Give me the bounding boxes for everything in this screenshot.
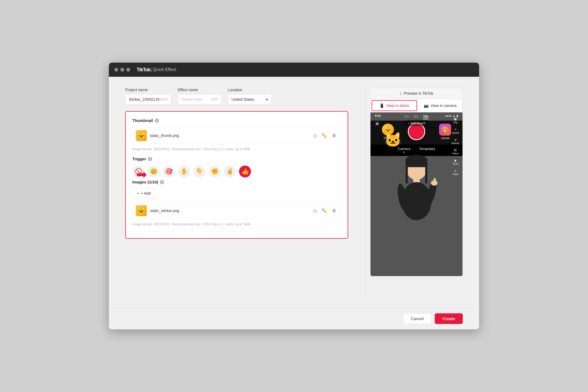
thumbnail-actions: ⊡ ✏️ 🗑	[312, 132, 338, 139]
svg-rect-8	[406, 159, 427, 167]
trigger-section: Trigger i 🚫 😊 🎯 ✋ 👇 ✊ ✌️ 👍	[132, 157, 341, 177]
image-edit-btn[interactable]: ✏️	[321, 207, 328, 215]
status-icons: ●●●● ▲ ▮	[445, 114, 458, 117]
traffic-minimize[interactable]	[120, 68, 124, 72]
image-view-btn[interactable]: ⊡	[312, 207, 318, 215]
titlebar: TikTok: Quick Effect	[109, 63, 479, 77]
thumbnail-section: Thumbnail i 🐱 static_thumb.png ⊡ ✏️ 🗑 Im…	[132, 118, 341, 151]
view-demo-button[interactable]: 📱 View in demo	[372, 100, 417, 111]
thumbnail-file-row: 🐱 static_thumb.png ⊡ ✏️ 🗑	[132, 127, 341, 144]
location-group: Location United States ▾	[228, 88, 271, 105]
thumbnail-view-btn[interactable]: ⊡	[312, 132, 318, 139]
trigger-hand-down[interactable]: 👇	[193, 166, 205, 177]
thumbnail-preview: 🐱	[136, 130, 147, 141]
wifi-icon: ▲	[453, 114, 455, 117]
project-name-label: Project name	[125, 88, 171, 92]
location-select[interactable]: United States ▾	[228, 94, 271, 105]
images-info-icon[interactable]: i	[160, 180, 164, 184]
svg-rect-10	[425, 162, 427, 183]
speed-icon-btn[interactable]: ⏱ Speed	[452, 128, 459, 134]
preview-title: Preview in TikTok	[404, 91, 433, 96]
add-sound-label: Add Sound	[411, 121, 425, 125]
location-label: Location	[228, 88, 271, 92]
effect-name-counter: 0/25	[212, 97, 218, 101]
tiktok-logo: TikTok:	[137, 67, 152, 73]
location-value: United States	[231, 97, 254, 102]
effect-name-input[interactable]: Please enter 0/25	[178, 94, 221, 105]
project-name-input[interactable]: Sticker_23092116 18/25	[125, 94, 171, 105]
filters-icon-btn[interactable]: 🎞 Filters	[452, 149, 459, 155]
trigger-thumbs-up[interactable]: 👍	[239, 166, 251, 177]
thumbnail-delete-btn[interactable]: 🗑	[331, 132, 338, 139]
thumbnail-edit-btn[interactable]: ✏️	[321, 132, 328, 139]
battery-icon: ▮	[457, 114, 458, 117]
trigger-peace[interactable]: ✌️	[224, 166, 236, 177]
person-silhouette	[389, 154, 444, 241]
thumbnail-hint: Image format: JPEG/PNG. Recommended size…	[132, 147, 341, 151]
app-subtitle: Quick Effect	[153, 67, 176, 72]
image-filename: static_sticker.png	[150, 209, 309, 213]
project-name-counter: 18/25	[160, 97, 168, 101]
flip-icon-btn[interactable]: 🔄 Flip	[454, 118, 458, 124]
view-demo-label: View in demo	[386, 103, 409, 108]
create-button[interactable]: Create	[435, 313, 463, 324]
cancel-button[interactable]: Cancel	[403, 313, 432, 324]
app-window: TikTok: Quick Effect ➡ Project name Stic…	[109, 63, 479, 329]
app-brand: TikTok: Quick Effect	[137, 67, 176, 73]
main-card: Thumbnail i 🐱 static_thumb.png ⊡ ✏️ 🗑 Im…	[125, 111, 348, 239]
trigger-info-icon[interactable]: i	[148, 157, 152, 161]
view-camera-button[interactable]: 📷 View in camera	[418, 99, 463, 112]
record-inner	[409, 124, 424, 139]
bottom-bar: Cancel Create	[109, 308, 479, 329]
timer-icon-btn[interactable]: ⏰ Timer	[452, 159, 459, 165]
upload-label: Upload	[441, 137, 449, 140]
right-panel: ♪ Preview in TikTok 📱 View in demo 📷 Vie…	[370, 88, 463, 297]
camera-icon: 📷	[424, 103, 428, 108]
main-content: ➡ Project name Sticker_23092116 18/25 Ef…	[109, 77, 479, 308]
trigger-hand-open[interactable]: ✋	[178, 166, 190, 177]
trigger-icons-row: 🚫 😊 🎯 ✋ 👇 ✊ ✌️ 👍	[132, 166, 341, 177]
flash-icon-btn[interactable]: ⚡ Flash	[452, 170, 458, 176]
thumbnail-info-icon[interactable]: i	[155, 118, 159, 123]
demo-icon: 📱	[379, 103, 384, 108]
add-icon: +	[137, 191, 139, 195]
preview-actions: 📱 View in demo 📷 View in camera	[370, 99, 463, 112]
music-icon: ♪	[408, 121, 409, 125]
phone-time: 9:41	[375, 114, 381, 117]
images-hint: Image format: JPEG/PNG. Recommended size…	[132, 222, 341, 226]
project-name-group: Project name Sticker_23092116 18/25	[125, 88, 171, 105]
trigger-smile[interactable]: 😊	[148, 166, 160, 177]
phone-screen: 9:41 ●●●● ▲ ▮ ✕ ♪ Add Sound	[370, 112, 463, 276]
image-delete-btn[interactable]: 🗑	[331, 207, 338, 215]
effect-name-group: Effect name Please enter 0/25	[178, 88, 221, 105]
panel-divider	[365, 88, 365, 297]
phone-status-bar: 9:41 ●●●● ▲ ▮	[370, 112, 463, 119]
trigger-target[interactable]: 🎯	[163, 166, 175, 177]
upload-thumbnail[interactable]: 🎨	[439, 124, 451, 136]
svg-rect-6	[434, 178, 436, 184]
image-file-row: 🐱 static_sticker.png ⊡ ✏️ 🗑	[132, 202, 341, 219]
image-actions: ⊡ ✏️ 🗑	[312, 207, 338, 215]
camera-close-btn[interactable]: ✕	[375, 121, 379, 127]
trigger-fist[interactable]: ✊	[209, 166, 220, 177]
camera-right-icons: 🔄 Flip ⏱ Speed ✨ Beauty 🎞	[452, 118, 459, 176]
left-panel: Project name Sticker_23092116 18/25 Effe…	[125, 88, 359, 297]
images-section: Images (1/10) i + + Add 🐱 static_sticker…	[132, 180, 341, 226]
add-image-button[interactable]: + + Add	[132, 189, 155, 198]
image-preview: 🐱	[136, 205, 147, 216]
form-row: Project name Sticker_23092116 18/25 Effe…	[125, 88, 348, 105]
traffic-maximize[interactable]	[126, 68, 130, 72]
camera-tab-templates[interactable]: Templates	[419, 147, 435, 153]
preview-header: ♪ Preview in TikTok	[370, 88, 463, 99]
add-sound-pill[interactable]: ♪ Add Sound	[405, 120, 428, 126]
music-note-icon: ♪	[400, 91, 402, 96]
signal-icon: ●●●●	[445, 114, 452, 117]
trigger-title: Trigger i	[132, 157, 341, 161]
images-title: Images (1/10) i	[132, 180, 341, 184]
beauty-icon-btn[interactable]: ✨ Beauty	[452, 139, 459, 145]
arrow-indicator: ➡	[136, 167, 147, 182]
traffic-close[interactable]	[114, 68, 118, 72]
phone-mockup: 9:41 ●●●● ▲ ▮ ✕ ♪ Add Sound	[370, 112, 463, 276]
effect-name-placeholder: Please enter	[181, 97, 203, 102]
svg-rect-9	[406, 162, 408, 183]
